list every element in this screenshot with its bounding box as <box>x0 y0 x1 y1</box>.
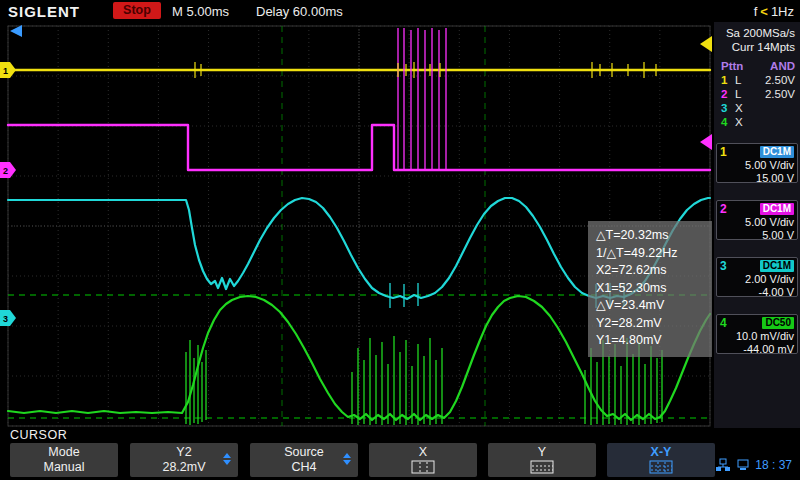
ch2-noise-spikes <box>398 28 446 170</box>
x-cursor-icon <box>411 460 435 474</box>
trigger-level-marker[interactable] <box>700 134 712 150</box>
channel4-descriptor[interactable]: 4 DC50 10.0 mV/div -44.00 mV <box>716 314 798 354</box>
freq-label: f <box>754 4 758 19</box>
bottom-menu-bar: CURSOR Mode Manual Y2 28.2mV Source CH4 … <box>0 428 800 480</box>
pattern-row-ch3: 3 X <box>721 101 795 115</box>
less-than-icon: < <box>760 4 768 19</box>
channel3-offset: -4.00 V <box>720 286 794 299</box>
x2-readout: X2=72.62ms <box>596 262 704 280</box>
oscilloscope-ui: 123 SIGLENT Stop M 5.00ms Delay 60.00ms … <box>0 0 800 480</box>
channel4-coupling-badge: DC50 <box>762 317 794 329</box>
svg-text:3: 3 <box>3 314 8 324</box>
channel4-offset: -44.00 mV <box>720 343 794 356</box>
trigger-level-marker[interactable] <box>700 36 712 52</box>
channel4-number: 4 <box>720 317 727 330</box>
source-button[interactable]: Source CH4 <box>250 443 358 477</box>
channel3-coupling-badge: DC1M <box>760 260 794 272</box>
lan-icon <box>716 458 730 471</box>
ch2-position-marker[interactable]: 2 <box>0 162 16 178</box>
delay-readout: Delay 60.00ms <box>256 4 343 19</box>
delta-t-readout: △T=20.32ms <box>596 227 704 245</box>
y-cursor-icon <box>530 460 554 474</box>
pattern-row-ch1: 1 L 2.50V <box>721 73 795 87</box>
channel3-descriptor[interactable]: 3 DC1M 2.00 V/div -4.00 V <box>716 257 798 297</box>
pattern-trigger-info: Pttn AND 1 L 2.50V 2 L 2.50V 3 X 4 X <box>721 59 795 129</box>
y1-readout: Y1=4.80mV <box>596 332 704 350</box>
y-cursor-button[interactable]: Y <box>488 443 596 477</box>
channel3-number: 3 <box>720 260 727 273</box>
inv-delta-t-readout: 1/△T=49.22Hz <box>596 245 704 263</box>
status-icons <box>716 458 750 471</box>
xy-cursor-icon <box>649 460 673 474</box>
timebase-readout: M 5.00ms <box>172 4 229 19</box>
right-sidebar: Sa 200MSa/s Curr 14Mpts Pttn AND 1 L 2.5… <box>714 22 800 428</box>
y2-readout: Y2=28.2mV <box>596 315 704 333</box>
channel1-offset: 15.00 V <box>720 172 794 185</box>
svg-text:1: 1 <box>3 66 8 76</box>
freq-value: 1Hz <box>771 4 794 19</box>
pattern-title: Pttn <box>721 59 743 73</box>
channel4-scale: 10.0 mV/div <box>720 330 794 343</box>
channel1-scale: 5.00 V/div <box>720 159 794 172</box>
delta-v-readout: △V=23.4mV <box>596 297 704 315</box>
trigger-delay-marker <box>10 25 22 37</box>
channel2-descriptor[interactable]: 2 DC1M 5.00 V/div 5.00 V <box>716 200 798 240</box>
pattern-logic: AND <box>770 59 795 73</box>
frequency-counter: f<1Hz <box>754 4 794 19</box>
ch1-position-marker[interactable]: 1 <box>0 62 16 78</box>
pattern-row-ch4: 4 X <box>721 115 795 129</box>
brand-logo: SIGLENT <box>8 3 80 20</box>
channel1-descriptor[interactable]: 1 DC1M 5.00 V/div 15.00 V <box>716 143 798 183</box>
memory-depth: Curr 14Mpts <box>726 40 795 54</box>
pattern-row-ch2: 2 L 2.50V <box>721 87 795 101</box>
mode-button[interactable]: Mode Manual <box>10 443 118 477</box>
channel2-offset: 5.00 V <box>720 229 794 242</box>
ch3-position-marker[interactable]: 3 <box>0 310 16 326</box>
x-cursor-button[interactable]: X <box>369 443 477 477</box>
channel2-number: 2 <box>720 203 727 216</box>
clock: 18 : 37 <box>755 458 792 472</box>
usb-device-icon <box>736 458 750 471</box>
value-stepper-icon[interactable] <box>343 453 351 465</box>
value-stepper-icon[interactable] <box>223 453 231 465</box>
cursor-measurement-box: △T=20.32ms 1/△T=49.22Hz X2=72.62ms X1=52… <box>588 221 712 357</box>
top-status-bar: SIGLENT Stop M 5.00ms Delay 60.00ms f<1H… <box>0 0 800 22</box>
x1-readout: X1=52.30ms <box>596 280 704 298</box>
xy-cursor-button[interactable]: X-Y <box>607 443 715 477</box>
y2-button[interactable]: Y2 28.2mV <box>130 443 238 477</box>
channel1-number: 1 <box>720 146 727 159</box>
run-state-badge[interactable]: Stop <box>113 2 161 19</box>
channel3-scale: 2.00 V/div <box>720 273 794 286</box>
svg-text:2: 2 <box>3 166 8 176</box>
channel1-coupling-badge: DC1M <box>760 146 794 158</box>
channel2-coupling-badge: DC1M <box>760 203 794 215</box>
channel2-scale: 5.00 V/div <box>720 216 794 229</box>
acquisition-info: Sa 200MSa/s Curr 14Mpts <box>726 26 795 54</box>
menu-title: CURSOR <box>10 428 67 442</box>
sample-rate: Sa 200MSa/s <box>726 26 795 40</box>
